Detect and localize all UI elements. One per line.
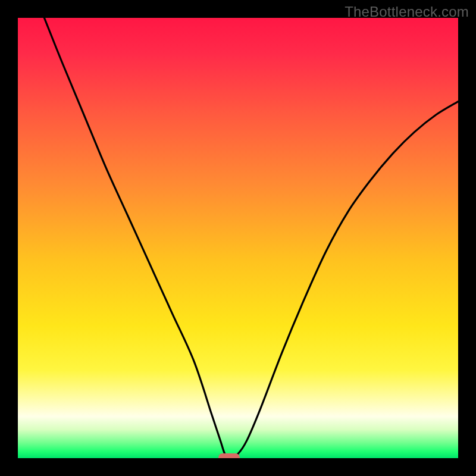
chart-frame: TheBottleneck.com: [0, 0, 476, 476]
optimal-marker: [218, 453, 240, 458]
bottleneck-curve: [18, 18, 458, 458]
plot-area: [18, 18, 458, 458]
watermark-text: TheBottleneck.com: [345, 4, 469, 20]
